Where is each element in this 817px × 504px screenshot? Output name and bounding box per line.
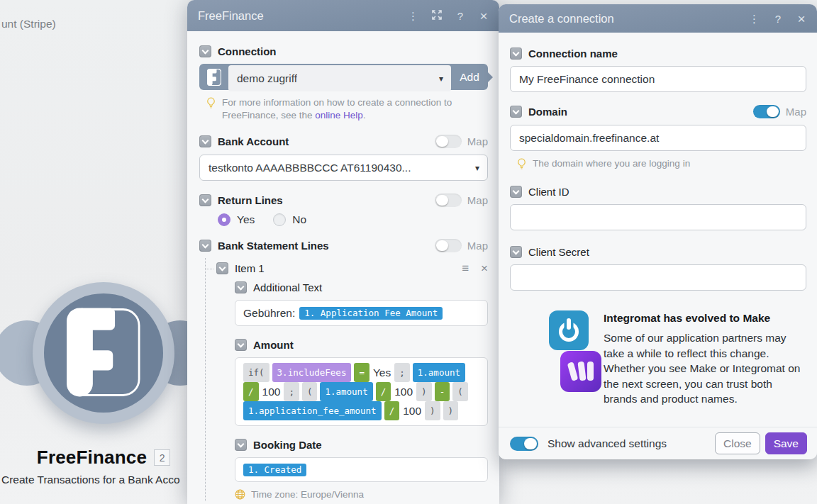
freefinance-logo-icon (67, 308, 140, 397)
expand-icon[interactable] (432, 10, 442, 21)
save-button[interactable]: Save (765, 432, 807, 454)
radio-selected-icon[interactable] (218, 213, 230, 226)
domain-field-row: Domain Map (510, 105, 806, 118)
formula-token[interactable]: 1.amount (413, 363, 465, 382)
module-settings-panel: FreeFinance ⋮ ? × Connection (187, 0, 499, 504)
collapse-checkbox[interactable] (199, 194, 211, 206)
formula-literal: Yes (372, 364, 391, 381)
online-help-link[interactable]: online Help (315, 110, 363, 121)
formula-token[interactable]: / (243, 382, 259, 401)
globe-icon (235, 489, 245, 500)
module-settings-title: FreeFinance (198, 9, 408, 23)
client-secret-input[interactable] (510, 264, 806, 291)
chevron-down-icon: ▾ (475, 162, 479, 172)
formula-token[interactable]: if( (243, 363, 269, 382)
radio-option-no[interactable]: No (273, 213, 306, 226)
domain-map-toggle[interactable] (753, 105, 780, 118)
pointer-notch (487, 72, 493, 83)
formula-token[interactable]: ; (394, 363, 410, 382)
formula-line: if(3.includeFees=Yes;1.amount (243, 363, 479, 382)
close-button[interactable]: Close (715, 432, 760, 454)
freefinance-module[interactable]: FreeFinance 2 Create Transactions for a … (0, 262, 213, 504)
connection-name-label: Connection name (528, 47, 618, 60)
map-label: Map (467, 194, 488, 206)
formula-token[interactable]: ) (443, 401, 459, 420)
close-icon[interactable]: × (479, 9, 489, 23)
formula-token[interactable]: ) (425, 401, 440, 420)
timezone-note: Time zone: Europe/Vienna (235, 488, 488, 501)
collapse-checkbox[interactable] (199, 240, 211, 252)
return-lines-map-toggle[interactable] (435, 194, 462, 207)
remove-item-icon[interactable]: × (481, 262, 488, 274)
integromat-make-notice: Integromat has evolved to Make Some of o… (510, 309, 806, 407)
client-id-input[interactable] (510, 204, 806, 230)
lightbulb-icon (206, 97, 216, 109)
booking-date-field-row: Booking Date (235, 439, 488, 451)
lightbulb-icon (516, 158, 527, 170)
collapse-checkbox[interactable] (216, 262, 228, 274)
return-lines-label: Return Lines (218, 194, 283, 206)
radio-unselected-icon[interactable] (273, 213, 286, 226)
make-icon (560, 351, 601, 392)
formula-token[interactable]: = (354, 363, 369, 382)
amount-formula-input[interactable]: if(3.includeFees=Yes;1.amount /100;(1.am… (235, 357, 488, 426)
formula-line: /100;(1.amount/100)-( (243, 382, 479, 401)
collapse-checkbox[interactable] (235, 439, 247, 451)
formula-token[interactable]: ( (452, 382, 468, 401)
radio-option-yes[interactable]: Yes (218, 213, 255, 226)
bank-account-map-toggle[interactable] (435, 135, 462, 148)
item-1-label: Item 1 (235, 262, 265, 274)
mapped-token[interactable]: 1. Application Fee Amount (299, 307, 443, 320)
create-connection-header: Create a connection ⋮ ? × (499, 4, 817, 33)
additional-text-label: Additional Text (253, 281, 322, 293)
more-icon[interactable]: ⋮ (408, 11, 418, 21)
module-subtitle: Create Transactions for a Bank Acco (1, 474, 180, 486)
formula-token[interactable]: 1.amount (320, 382, 372, 401)
formula-literal: 100 (394, 383, 413, 401)
module-settings-header: FreeFinance ⋮ ? × (187, 0, 499, 31)
map-label: Map (467, 240, 488, 252)
formula-line: 1.application_fee_amount/100)) (243, 401, 479, 420)
formula-literal: 100 (402, 403, 422, 420)
domain-help-note: The domain where you are logging in (516, 157, 806, 170)
collapse-checkbox[interactable] (510, 47, 522, 60)
help-icon[interactable]: ? (455, 11, 465, 21)
help-icon[interactable]: ? (773, 13, 783, 24)
connection-label: Connection (218, 45, 277, 57)
formula-token[interactable]: - (435, 382, 450, 401)
create-connection-dialog: Create a connection ⋮ ? × Connection nam… (499, 4, 817, 459)
collapse-checkbox[interactable] (510, 106, 522, 118)
advanced-settings-label: Show advanced settings (548, 437, 715, 450)
bank-statement-lines-map-toggle[interactable] (435, 239, 462, 252)
bank-account-select[interactable]: testkonto AAAABBBBCCC AT61190430... ▾ (199, 155, 488, 181)
more-icon[interactable]: ⋮ (749, 13, 760, 24)
collapse-checkbox[interactable] (510, 186, 522, 198)
domain-input[interactable] (510, 125, 806, 151)
formula-token[interactable]: ( (302, 382, 318, 401)
collapse-checkbox[interactable] (199, 45, 211, 57)
additional-text-input[interactable]: Gebühren: 1. Application Fee Amount (235, 300, 488, 326)
drag-menu-icon[interactable]: ≡ (462, 262, 469, 274)
notice-title: Integromat has evolved to Make (604, 312, 802, 325)
formula-token[interactable]: 3.includeFees (272, 363, 352, 382)
collapse-checkbox[interactable] (510, 246, 522, 258)
freefinance-mini-logo-icon (199, 64, 228, 90)
connection-name-input[interactable] (510, 66, 806, 92)
formula-token[interactable]: ) (416, 382, 432, 401)
collapse-checkbox[interactable] (235, 281, 247, 293)
booking-date-input[interactable]: 1. Created (235, 457, 488, 482)
add-connection-button[interactable]: Add (451, 64, 488, 90)
advanced-settings-toggle[interactable] (510, 437, 538, 451)
map-label: Map (467, 135, 488, 147)
formula-token[interactable]: 1.application_fee_amount (243, 401, 382, 420)
collapse-checkbox[interactable] (235, 339, 247, 351)
formula-token[interactable]: / (384, 401, 400, 420)
formula-token[interactable]: ; (284, 382, 299, 401)
mapped-token[interactable]: 1. Created (243, 464, 306, 476)
connection-select[interactable]: demo zugriff ▾ (228, 65, 451, 91)
collapse-checkbox[interactable] (199, 135, 211, 147)
bank-statement-lines-label: Bank Statement Lines (218, 240, 329, 252)
formula-token[interactable]: / (376, 382, 391, 401)
close-icon[interactable]: × (796, 12, 806, 26)
bank-account-field-row: Bank Account Map (199, 135, 488, 148)
